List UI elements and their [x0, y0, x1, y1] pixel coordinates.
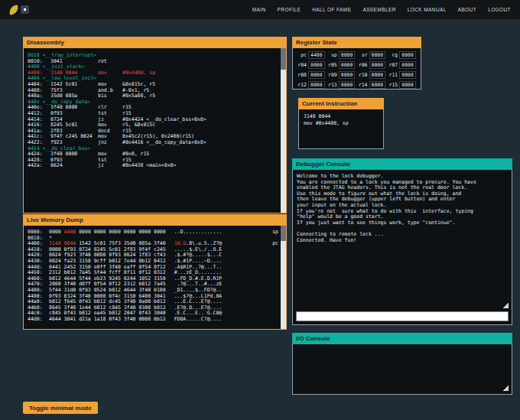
register-r14: r140000: [357, 81, 388, 89]
nav-item-lock-manual[interactable]: LOCK MANUAL: [408, 7, 447, 12]
debugger-console-body: Welcome to the lock debugger.You are con…: [292, 170, 512, 325]
disasm-ops: #0x5a08, r5: [122, 93, 155, 99]
disasm-addr: 442a:: [28, 163, 50, 169]
disassembly-panel-header: Disassembly: [23, 37, 287, 48]
nav-item-assembler[interactable]: ASSEMBLER: [362, 7, 395, 12]
nav-item-hall-of-fame[interactable]: HALL OF FAME: [312, 7, 351, 12]
register-name: r09: [327, 72, 337, 78]
register-pc: pc4400: [296, 51, 327, 59]
debugger-console-output: Welcome to the lock debugger.You are con…: [293, 170, 512, 243]
memory-row: 44d0:4644 3041 d21a 1a18 0f43 3f40 0000 …: [28, 317, 278, 323]
memory-dump-panel: Live Memory Dump 0000:0000 4400 0000 000…: [23, 214, 287, 330]
disasm-mn: bis: [98, 93, 122, 99]
memory-ascii: FD0A.....C?@....: [174, 317, 223, 323]
memory-pointer-marker: [268, 247, 278, 253]
console-line: Connected. Have fun!: [297, 238, 508, 244]
disasm-ops: #0x4416 <__do_copy_data+0x8>: [122, 140, 206, 146]
register-state-panel-title: Register State: [296, 39, 337, 46]
register-grid: pc4400sp0000sr0000cg0000r040000r050000r0…: [293, 48, 421, 89]
register-name: r12: [296, 82, 307, 88]
register-value: 0000: [308, 81, 325, 89]
register-value: 0000: [399, 61, 416, 69]
disasm-mn: ret: [98, 59, 122, 65]
register-value: 0000: [369, 51, 386, 59]
disasm-mn: mov: [98, 70, 122, 77]
io-console-panel: I/O Console: [292, 333, 512, 395]
register-r12: r120000: [296, 81, 327, 89]
io-console-panel-header: I/O Console: [292, 333, 512, 344]
disassembly-scrollbar-thumb[interactable]: [281, 48, 286, 70]
register-state-panel: Register State pc4400sp0000sr0000cg0000r…: [292, 37, 421, 90]
memory-pointer-marker: [268, 270, 278, 276]
memory-pointer-marker: [268, 252, 278, 259]
register-name: sr: [357, 52, 368, 58]
resize-grip-icon[interactable]: [502, 385, 509, 391]
register-name: sp: [327, 52, 337, 58]
register-r06: r060000: [357, 61, 388, 69]
debugger-command-input[interactable]: [296, 311, 509, 321]
debugger-console-panel: Debugger Console Welcome to the lock deb…: [292, 158, 512, 325]
disassembly-panel: Disassembly 0010 <__trap_interrupt>0010:…: [23, 37, 287, 213]
register-value: 0000: [339, 71, 356, 79]
register-name: r14: [357, 82, 368, 88]
register-value: 0000: [339, 61, 356, 69]
register-r07: r070000: [387, 61, 418, 69]
current-instruction-panel-title: Current Instruction: [302, 100, 357, 107]
memory-pointer-marker: [268, 288, 278, 294]
nav-item-profile[interactable]: PROFILE: [278, 7, 301, 12]
register-value: 0000: [308, 61, 325, 69]
register-name: r13: [327, 82, 337, 88]
memory-address: 44d0:: [28, 317, 49, 323]
disassembly-instruction-line[interactable]: 440e:3f40 0000clrr15: [28, 105, 283, 111]
register-r09: r090000: [327, 71, 357, 79]
register-sr: sr0000: [357, 51, 388, 59]
debugger-console-panel-title: Debugger Console: [296, 161, 350, 168]
disassembly-instruction-line[interactable]: 4424:3f40 0000mov#0x0, r15: [28, 151, 283, 158]
nav-item-logout[interactable]: LOGOUT: [488, 7, 511, 12]
register-value: 0000: [399, 71, 416, 79]
console-line: If you just want to see things work, typ…: [297, 220, 508, 226]
register-value: 0000: [369, 71, 386, 79]
resize-grip-icon[interactable]: [502, 302, 509, 308]
disassembly-body: 0010 <__trap_interrupt>0010:3041ret4400 …: [23, 48, 287, 213]
memory-pointer-marker: [268, 299, 278, 305]
disassembly-instruction-line[interactable]: 4416:8245 5c01movr5, &0x015c: [28, 122, 283, 129]
disassembly-label-line[interactable]: 0010 <__trap_interrupt>: [28, 53, 283, 59]
memory-dump-panel-header: Live Memory Dump: [23, 214, 287, 226]
memory-hex: 0000 4400 0000 0000 0000 0000 0000 0000: [49, 230, 166, 236]
disassembly-instruction-line[interactable]: 442a:0624jz#0x4438 <main+0x0>: [28, 163, 283, 169]
disassembly-scrollbar[interactable]: [281, 48, 286, 213]
register-value: 0000: [369, 61, 386, 69]
register-name: r07: [387, 62, 398, 68]
memory-row: 0000:0000 4400 0000 0000 0000 0000 0000 …: [28, 230, 278, 236]
register-value: 0000: [339, 51, 356, 59]
memory-pointer-marker: [268, 276, 278, 282]
microcorruption-logo[interactable]: [9, 5, 29, 15]
current-instruction-body: 3140 0044 mov #0x4400, sp: [298, 109, 384, 149]
register-value: 4400: [308, 51, 325, 59]
nav-item-about[interactable]: ABOUT: [458, 7, 476, 12]
register-r08: r080000: [296, 71, 327, 79]
register-name: r04: [296, 62, 307, 68]
logo-leaf-icon: [8, 5, 19, 15]
io-console-body: [292, 344, 512, 395]
memory-dump-body: 0000:0000 4400 0000 0000 0000 0000 0000 …: [23, 226, 287, 330]
memory-pointer-marker: [268, 265, 278, 271]
nav-item-main[interactable]: MAIN: [252, 7, 266, 12]
top-nav: MAINPROFILEHALL OF FAMEASSEMBLERLOCK MAN…: [0, 0, 520, 19]
register-r10: r100000: [357, 71, 388, 79]
disassembly-instruction-line[interactable]: 4404:1542 5c01mov&0x015c, r5: [28, 82, 283, 88]
memory-dump-panel-title: Live Memory Dump: [27, 217, 83, 223]
disasm-mn: jz: [98, 163, 122, 169]
register-name: pc: [296, 52, 307, 58]
register-name: r11: [387, 72, 398, 78]
memory-scrollbar[interactable]: [281, 226, 286, 329]
memory-scrollbar-thumb[interactable]: [281, 226, 286, 241]
current-instruction-panel: Current Instruction 3140 0044 mov #0x440…: [298, 98, 384, 149]
toggle-minimal-mode-button[interactable]: Toggle minimal mode: [23, 402, 98, 414]
io-console-panel-title: I/O Console: [296, 335, 330, 342]
disasm-ops: #0x4400, sp: [122, 70, 155, 77]
register-name: r08: [296, 72, 307, 78]
memory-pointer-marker: sp: [268, 230, 278, 236]
register-name: r05: [327, 62, 337, 68]
